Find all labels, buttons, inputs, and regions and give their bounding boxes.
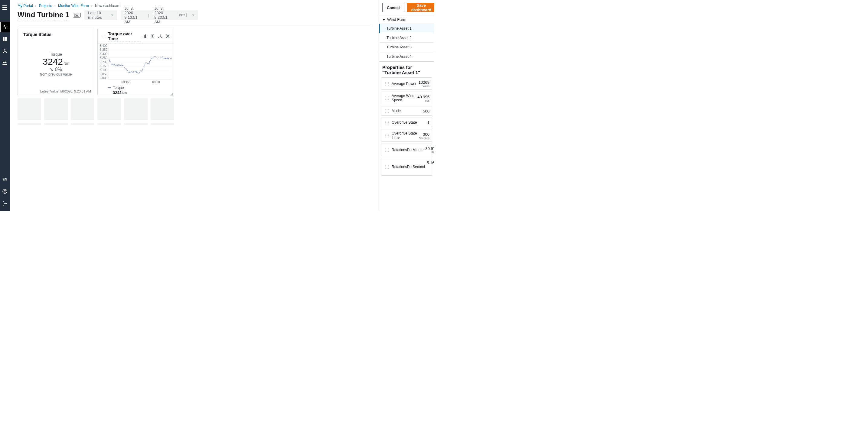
svg-point-13 [78, 14, 79, 15]
svg-rect-9 [74, 13, 79, 17]
drag-handle-icon[interactable]: ⋮⋮ [384, 82, 390, 86]
property-card[interactable]: ⋮⋮Model500 [381, 106, 432, 116]
drag-handle-icon[interactable]: ⋮⋮ [384, 96, 390, 100]
drag-handle-icon[interactable]: ⋮⋮ [384, 165, 390, 169]
property-name: RotationsPerMinute [392, 148, 424, 152]
dashboard-title-input[interactable]: Wind Turbine 1 [18, 10, 69, 20]
property-unit: Seconds [419, 137, 430, 140]
kpi-trend: 0% [50, 67, 62, 72]
menu-icon[interactable] [0, 2, 10, 13]
widget-title-input[interactable]: Torque over Time [108, 31, 141, 41]
nav-hierarchy-icon[interactable] [0, 46, 10, 56]
kpi-widget[interactable]: Torque Status Torque 3242Nm 0% from prev… [18, 29, 94, 95]
chart-x-axis: 09:15 09:20 [110, 80, 172, 84]
placeholder-tile[interactable] [71, 98, 94, 120]
time-window[interactable]: Jul 8, 2020 9:13:51 AM | Jul 8, 2020 9:2… [121, 10, 198, 20]
placeholder-tile[interactable] [18, 98, 41, 120]
property-card[interactable]: ⋮⋮RotationsPerMinute30.972RPM [381, 143, 432, 156]
property-card[interactable]: ⋮⋮RotationsPerSecond5.162e-1RPS [381, 158, 432, 175]
svg-rect-14 [75, 15, 78, 16]
gear-icon[interactable] [150, 34, 155, 39]
drag-handle-icon[interactable]: ⋮⋮ [384, 109, 390, 113]
chart-legend: Torque 3242Nm [99, 86, 172, 95]
property-name: Overdrive State Time [392, 131, 417, 140]
drag-handle-icon[interactable]: ⋮⋮ [100, 34, 106, 39]
svg-point-5 [3, 62, 5, 63]
property-value: 30.972 [425, 146, 434, 151]
property-card[interactable]: ⋮⋮Average Power10269Watts [381, 77, 432, 90]
drag-handle-icon[interactable]: ⋮⋮ [384, 133, 390, 137]
drag-handle-icon[interactable]: ⋮⋮ [384, 120, 390, 125]
widget-title: Torque Status [23, 32, 52, 37]
divider: | [148, 13, 149, 18]
help-icon[interactable]: ? [0, 186, 10, 196]
breadcrumb-current: New dashboard [95, 4, 120, 8]
property-name: RotationsPerSecond [392, 165, 425, 169]
placeholder-tile[interactable] [124, 98, 148, 120]
property-card[interactable]: ⋮⋮Overdrive State Time300Seconds [381, 129, 432, 142]
time-end: Jul 8, 2020 9:23:51 AM [154, 6, 173, 24]
property-card[interactable]: ⋮⋮Average Wind Speed40.995m/s [381, 92, 432, 104]
nav-sections-icon[interactable] [0, 34, 10, 44]
kpi-trend-sub: from previous value [40, 72, 72, 76]
breadcrumb-link[interactable]: Monitor Wind Farm [58, 4, 89, 8]
placeholder-tile[interactable] [151, 98, 174, 120]
property-unit: RPS [427, 171, 434, 173]
placeholder-tile[interactable] [151, 123, 174, 125]
placeholder-tile[interactable] [124, 123, 148, 125]
svg-point-11 [76, 14, 77, 15]
kpi-unit: Nm [63, 61, 69, 66]
asset-list: Turbine Asset 1Turbine Asset 2Turbine As… [379, 24, 434, 62]
asset-item[interactable]: Turbine Asset 4 [379, 52, 434, 61]
chart-type-icon[interactable] [143, 34, 147, 39]
property-card[interactable]: ⋮⋮Overdrive State1 [381, 118, 432, 127]
close-icon[interactable] [166, 34, 170, 39]
property-value: 300 [423, 132, 430, 137]
svg-point-10 [75, 14, 76, 15]
language-selector[interactable]: EN [0, 174, 10, 185]
properties-title: Properties for "Turbine Asset 1" [379, 62, 434, 77]
placeholder-tile[interactable] [44, 98, 68, 120]
breadcrumb-link[interactable]: Projects [39, 4, 52, 8]
chevron-down-icon [111, 14, 114, 16]
asset-tree-root[interactable]: Wind Farm [379, 15, 434, 24]
placeholder-tile[interactable] [97, 123, 121, 125]
legend-name: Torque [113, 86, 124, 90]
resize-handle-icon[interactable] [170, 91, 173, 94]
placeholder-tile[interactable] [97, 98, 121, 120]
time-range-select[interactable]: Last 10 minutes [84, 10, 117, 20]
placeholder-tile[interactable] [71, 123, 94, 125]
kpi-value: 3242 [43, 57, 63, 66]
property-value: 500 [423, 109, 430, 113]
asset-item[interactable]: Turbine Asset 3 [379, 43, 434, 52]
hierarchy-icon[interactable] [158, 34, 162, 39]
chevron-right-icon: › [55, 4, 56, 8]
asset-root-label: Wind Farm [387, 17, 406, 22]
cancel-button[interactable]: Cancel [382, 3, 404, 12]
nav-monitor-icon[interactable] [0, 22, 10, 32]
save-dashboard-button[interactable]: Save dashboard [407, 3, 434, 12]
chevron-down-icon [192, 14, 194, 16]
property-name: Average Power [392, 82, 416, 86]
drag-handle-icon[interactable]: ⋮⋮ [384, 148, 390, 152]
asset-item[interactable]: Turbine Asset 1 [379, 24, 434, 33]
placeholder-tile[interactable] [18, 123, 41, 125]
legend-value: 3242Nm [108, 90, 172, 95]
trend-down-icon [50, 68, 54, 71]
kpi-metric-label: Torque [50, 52, 62, 57]
timezone-badge: PDT [178, 13, 187, 17]
placeholder-tile[interactable] [44, 123, 68, 125]
time-start: Jul 8, 2020 9:13:51 AM [124, 6, 143, 24]
property-value: 1 [427, 120, 430, 125]
chevron-right-icon: › [35, 4, 37, 8]
nav-users-icon[interactable] [0, 58, 10, 68]
breadcrumb-link[interactable]: My Portal [18, 4, 33, 8]
asset-item[interactable]: Turbine Asset 2 [379, 33, 434, 43]
property-value: 40.995 [417, 95, 430, 99]
chart-widget[interactable]: ⋮⋮ Torque over Time 3,400 [97, 29, 174, 95]
svg-text:?: ? [4, 190, 6, 193]
chevron-right-icon: › [91, 4, 93, 8]
keyboard-icon[interactable] [73, 13, 81, 18]
logout-icon[interactable] [0, 198, 10, 208]
left-nav-rail: EN ? [0, 0, 10, 211]
